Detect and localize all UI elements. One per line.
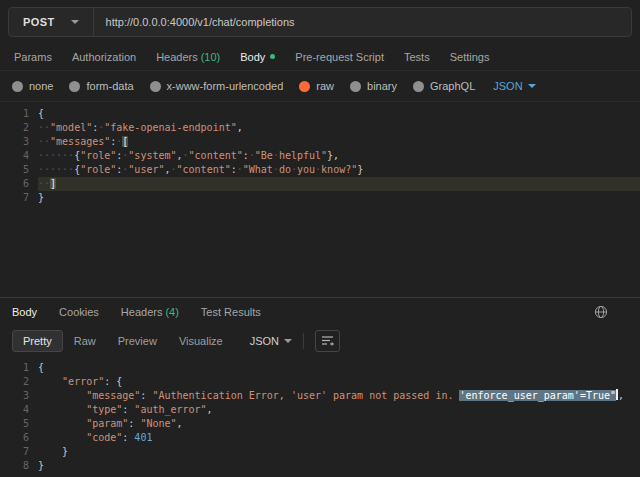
- line-number: 3: [0, 135, 29, 149]
- line-number: 4: [0, 149, 29, 163]
- request-url-bar: POST http://0.0.0.0:4000/v1/chat/complet…: [8, 7, 632, 37]
- chevron-down-icon: [528, 84, 536, 88]
- line-number: 6: [0, 431, 29, 445]
- tab-authorization[interactable]: Authorization: [62, 44, 146, 70]
- chevron-down-icon: [284, 339, 292, 343]
- radio-icon: [150, 81, 161, 92]
- code-line[interactable]: "error": {: [38, 375, 640, 389]
- tab-response-headers[interactable]: Headers(4): [121, 306, 179, 318]
- tab-label: Body: [12, 306, 37, 318]
- line-number: 1: [0, 361, 29, 375]
- tab-label: Raw: [74, 335, 96, 347]
- line-number: 4: [0, 403, 29, 417]
- request-tabs: Params Authorization Headers(10) Body Pr…: [0, 44, 640, 71]
- body-mode-row: none form-data x-www-form-urlencoded raw…: [0, 71, 640, 102]
- tab-headers[interactable]: Headers(10): [146, 44, 230, 70]
- response-tabs: Body Cookies Headers(4) Test Results: [0, 298, 640, 325]
- tab-label: Headers: [121, 306, 163, 318]
- response-language-selector[interactable]: JSON: [250, 335, 292, 347]
- mode-label: raw: [316, 80, 334, 92]
- tab-label: Settings: [450, 51, 490, 63]
- tab-label: Pre-request Script: [295, 51, 384, 63]
- tab-settings[interactable]: Settings: [440, 44, 500, 70]
- tab-label: Headers: [156, 51, 198, 63]
- body-mode-none[interactable]: none: [12, 80, 53, 92]
- tab-label: Test Results: [201, 306, 261, 318]
- view-tab-preview[interactable]: Preview: [107, 330, 168, 352]
- language-selector[interactable]: JSON: [493, 80, 535, 92]
- line-number: 2: [0, 121, 29, 135]
- code-line[interactable]: {: [38, 107, 640, 121]
- tab-label: Visualize: [179, 335, 223, 347]
- headers-count-badge: (4): [165, 306, 178, 318]
- code-line[interactable]: ······{"role":·"system",·"content":·"Be·…: [38, 149, 640, 163]
- body-content-dot: [270, 54, 275, 59]
- tab-test-results[interactable]: Test Results: [201, 306, 261, 318]
- tab-label: Body: [240, 51, 265, 63]
- body-mode-form-data[interactable]: form-data: [69, 80, 133, 92]
- tab-params[interactable]: Params: [4, 44, 62, 70]
- chevron-down-icon: [71, 20, 79, 24]
- network-info-button[interactable]: [592, 303, 610, 321]
- radio-selected-icon: [299, 81, 310, 92]
- url-input[interactable]: http://0.0.0.0:4000/v1/chat/completions: [94, 16, 307, 28]
- tab-label: Cookies: [59, 306, 99, 318]
- mode-label: binary: [367, 80, 397, 92]
- tab-body[interactable]: Body: [230, 44, 285, 70]
- line-number: 5: [0, 417, 29, 431]
- body-mode-binary[interactable]: binary: [350, 80, 397, 92]
- wrap-text-icon: [321, 335, 334, 346]
- method-selector[interactable]: POST: [9, 8, 93, 36]
- line-number-gutter: 12345678: [0, 361, 38, 477]
- line-number: 6: [0, 177, 29, 191]
- code-line[interactable]: }: [38, 459, 640, 473]
- line-number: 5: [0, 163, 29, 177]
- headers-count-badge: (10): [201, 51, 221, 63]
- divider: [303, 333, 304, 349]
- response-body-viewer[interactable]: 12345678 { "error": { "message": "Authen…: [0, 356, 640, 477]
- code-line[interactable]: ··"model":·"fake-openai-endpoint",: [38, 121, 640, 135]
- code-line[interactable]: ······{"role":·"user",·"content":·"What·…: [38, 163, 640, 177]
- wrap-text-button[interactable]: [315, 330, 340, 352]
- request-bar: POST http://0.0.0.0:4000/v1/chat/complet…: [0, 0, 640, 44]
- code-line[interactable]: }: [38, 191, 640, 205]
- view-tab-visualize[interactable]: Visualize: [168, 330, 234, 352]
- code-line[interactable]: "param": "None",: [38, 417, 640, 431]
- mode-label: form-data: [86, 80, 133, 92]
- view-tab-raw[interactable]: Raw: [63, 330, 107, 352]
- tab-label: Tests: [404, 51, 430, 63]
- tab-cookies[interactable]: Cookies: [59, 306, 99, 318]
- tab-response-body[interactable]: Body: [12, 306, 37, 318]
- line-number: 3: [0, 389, 29, 403]
- radio-icon: [69, 81, 80, 92]
- radio-icon: [12, 81, 23, 92]
- line-number: 7: [0, 445, 29, 459]
- line-number: 2: [0, 375, 29, 389]
- code-area[interactable]: {··"model":·"fake-openai-endpoint",··"me…: [38, 107, 640, 297]
- view-tab-pretty[interactable]: Pretty: [12, 330, 63, 352]
- code-line[interactable]: ··"messages":·[: [38, 135, 640, 149]
- tab-tests[interactable]: Tests: [394, 44, 440, 70]
- code-line[interactable]: "code": 401: [38, 431, 640, 445]
- language-label: JSON: [250, 335, 279, 347]
- body-mode-graphql[interactable]: GraphQL: [413, 80, 475, 92]
- code-line[interactable]: ··]: [38, 177, 640, 191]
- code-line[interactable]: {: [38, 361, 640, 375]
- globe-icon: [594, 305, 608, 319]
- request-body-editor[interactable]: 1234567 {··"model":·"fake-openai-endpoin…: [0, 102, 640, 297]
- line-number-gutter: 1234567: [0, 107, 38, 297]
- response-toolbar: Pretty Raw Preview Visualize JSON: [0, 325, 640, 356]
- code-area[interactable]: { "error": { "message": "Authentication …: [38, 361, 640, 477]
- tab-label: Preview: [118, 335, 157, 347]
- api-client-window: POST http://0.0.0.0:4000/v1/chat/complet…: [0, 0, 640, 477]
- code-line[interactable]: }: [38, 445, 640, 459]
- line-number: 1: [0, 107, 29, 121]
- code-line[interactable]: "message": "Authentication Error, 'user'…: [38, 389, 640, 403]
- language-label: JSON: [493, 80, 522, 92]
- tab-pre-request-script[interactable]: Pre-request Script: [285, 44, 394, 70]
- tab-label: Params: [14, 51, 52, 63]
- body-mode-raw[interactable]: raw: [299, 80, 334, 92]
- code-line[interactable]: "type": "auth_error",: [38, 403, 640, 417]
- body-mode-urlencoded[interactable]: x-www-form-urlencoded: [150, 80, 284, 92]
- mode-label: GraphQL: [430, 80, 475, 92]
